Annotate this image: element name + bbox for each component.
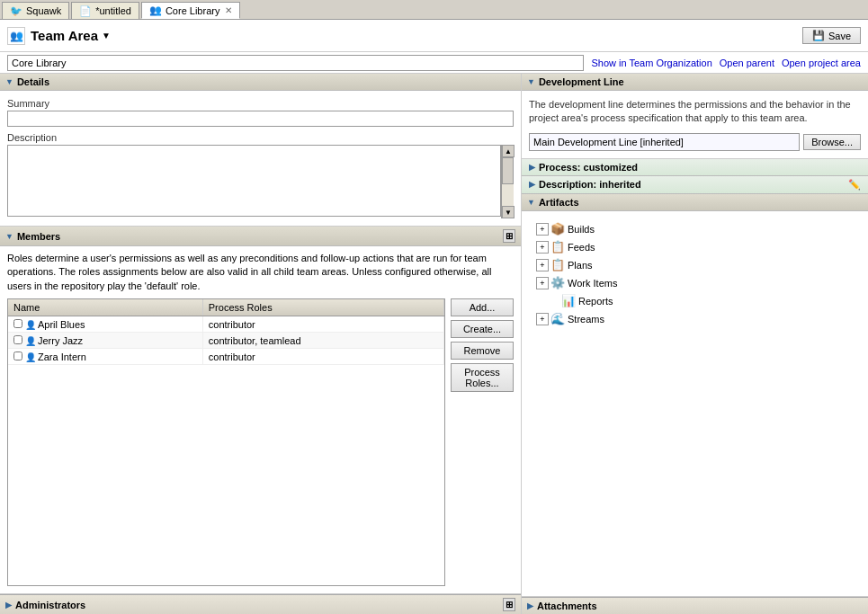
tree-expand-icon[interactable]: + — [536, 223, 549, 236]
untitled-icon: 📄 — [79, 4, 92, 17]
tree-item-label: Work Items — [568, 278, 617, 289]
dev-line-section-header[interactable]: ▼ Development Line — [522, 74, 868, 91]
tree-item[interactable]: 📊Reports — [536, 292, 854, 310]
tab-squawk-label: Squawk — [26, 5, 61, 16]
process-section-header[interactable]: ▶ Process: customized — [522, 159, 868, 176]
attachments-section-header[interactable]: ▶ Attachments — [522, 597, 868, 614]
description-textarea[interactable] — [7, 145, 501, 217]
scroll-down-icon[interactable]: ▼ — [502, 206, 515, 218]
attachments-collapse-icon: ▶ — [527, 601, 533, 610]
tree-item-label: Plans — [568, 260, 593, 271]
admins-header-label: Administrators — [15, 600, 85, 610]
tree-item-icon: 📋 — [550, 258, 565, 272]
members-section-header[interactable]: ▼ Members ⊞ — [0, 227, 521, 246]
save-button[interactable]: 💾 Save — [802, 27, 861, 44]
tab-squawk[interactable]: 🐦 Squawk — [2, 2, 69, 19]
dev-line-input[interactable] — [529, 133, 800, 151]
team-area-icon: 👥 — [7, 27, 25, 45]
table-row[interactable]: 👤Zara Interncontributor — [8, 349, 444, 365]
table-row[interactable]: 👤Jerry Jazzcontributor, teamlead — [8, 333, 444, 349]
summary-input[interactable] — [7, 111, 514, 127]
artifacts-collapse-icon: ▼ — [527, 198, 535, 207]
description-textarea-wrapper: ▲ ▼ — [7, 145, 514, 218]
browse-button[interactable]: Browse... — [803, 134, 861, 150]
administrators-section-header[interactable]: ▶ Administrators ⊞ — [0, 594, 521, 614]
details-header-label: Details — [17, 76, 49, 87]
process-expand-icon: ▶ — [529, 163, 535, 172]
artifacts-section-header[interactable]: ▼ Artifacts — [522, 194, 868, 211]
table-row[interactable]: 👤April Bluescontributor — [8, 316, 444, 333]
tree-expand-icon[interactable]: + — [536, 313, 549, 325]
members-expand-button[interactable]: ⊞ — [503, 229, 515, 243]
tree-item-icon: 📊 — [561, 294, 576, 308]
create-button[interactable]: Create... — [451, 320, 514, 338]
breadcrumb-links: Show in Team Organization Open parent Op… — [591, 58, 861, 68]
tree-item-icon: 📦 — [550, 222, 565, 236]
process-header-label: Process: customized — [539, 162, 638, 173]
tree-item[interactable]: +⚙️Work Items — [536, 274, 854, 292]
tree-expand-icon[interactable]: + — [536, 241, 549, 254]
member-roles: contributor, teamlead — [202, 333, 443, 349]
artifacts-section-content: +📦Builds+📋Feeds+📋Plans+⚙️Work Items📊Repo… — [522, 211, 868, 597]
members-table-area: Name Process Roles 👤April Bluescontribut… — [0, 298, 521, 593]
tree-item[interactable]: +📦Builds — [536, 220, 854, 238]
description-label: Description — [7, 132, 514, 143]
member-name: 👤Zara Intern — [8, 349, 202, 365]
description-edit-icon[interactable]: ✏️ — [848, 179, 861, 191]
tree-item-icon: 📋 — [550, 240, 565, 254]
description-expand-icon: ▶ — [529, 180, 535, 189]
tab-untitled[interactable]: 📄 *untitled — [71, 2, 139, 19]
col-name: Name — [8, 299, 202, 316]
members-collapse-icon: ▼ — [5, 232, 13, 241]
details-section-header[interactable]: ▼ Details — [0, 74, 521, 91]
tree-item[interactable]: +📋Plans — [536, 256, 854, 274]
show-in-team-org-link[interactable]: Show in Team Organization — [591, 58, 711, 68]
dev-line-header-label: Development Line — [539, 76, 624, 87]
scroll-up-icon[interactable]: ▲ — [502, 145, 515, 157]
member-roles: contributor — [202, 349, 443, 365]
tree-expand-icon[interactable]: + — [536, 259, 549, 271]
save-icon: 💾 — [812, 30, 825, 41]
title-dropdown-icon[interactable]: ▼ — [102, 31, 111, 40]
members-table: Name Process Roles 👤April Bluescontribut… — [7, 298, 445, 586]
dev-line-section-content: The development line determines the perm… — [522, 91, 868, 159]
tree-expand-icon[interactable]: + — [536, 277, 549, 289]
description-inherited-header[interactable]: ▶ Description: inherited ✏️ — [522, 176, 868, 194]
artifacts-tree: +📦Builds+📋Feeds+📋Plans+⚙️Work Items📊Repo… — [529, 215, 861, 334]
member-name: 👤Jerry Jazz — [8, 333, 202, 349]
tree-item-icon: ⚙️ — [550, 276, 565, 290]
tab-untitled-label: *untitled — [95, 5, 131, 16]
open-parent-link[interactable]: Open parent — [720, 58, 774, 68]
description-inherited-label: Description: inherited — [539, 179, 641, 190]
tab-core-library[interactable]: 👥 Core Library ✕ — [141, 2, 241, 19]
breadcrumb-input[interactable] — [7, 55, 584, 71]
squawk-icon: 🐦 — [10, 4, 22, 17]
open-project-area-link[interactable]: Open project area — [782, 58, 861, 68]
remove-button[interactable]: Remove — [451, 342, 514, 360]
main-content: ▼ Details Summary Description ▲ ▼ — [0, 74, 868, 614]
scroll-thumb — [502, 157, 514, 184]
tree-item-label: Reports — [578, 296, 613, 307]
description-scrollbar[interactable]: ▲ ▼ — [501, 145, 514, 218]
admins-expand-button[interactable]: ⊞ — [503, 598, 515, 611]
tab-core-library-label: Core Library — [166, 5, 220, 16]
member-name: 👤April Blues — [8, 316, 202, 333]
core-library-tab-icon: 👥 — [149, 4, 162, 17]
process-roles-button[interactable]: Process Roles... — [451, 363, 514, 392]
breadcrumb-bar: Show in Team Organization Open parent Op… — [0, 52, 868, 74]
dev-line-input-row: Browse... — [529, 133, 861, 151]
member-roles: contributor — [202, 316, 443, 333]
title-bar: 👥 Team Area ▼ 💾 Save — [0, 20, 868, 52]
dev-line-description: The development line determines the perm… — [529, 98, 861, 126]
members-description: Roles determine a user's permissions as … — [0, 246, 521, 298]
tree-item-label: Feeds — [568, 242, 595, 253]
artifacts-header-label: Artifacts — [539, 197, 579, 208]
right-panel: ▼ Development Line The development line … — [522, 74, 868, 614]
add-button[interactable]: Add... — [451, 298, 514, 316]
tab-bar: 🐦 Squawk 📄 *untitled 👥 Core Library ✕ — [0, 0, 868, 20]
tab-close-icon[interactable]: ✕ — [225, 5, 232, 15]
tree-item[interactable]: +📋Feeds — [536, 238, 854, 256]
tree-item[interactable]: +🌊Streams — [536, 310, 854, 328]
col-roles: Process Roles — [202, 299, 443, 316]
page-title: Team Area — [31, 28, 98, 43]
